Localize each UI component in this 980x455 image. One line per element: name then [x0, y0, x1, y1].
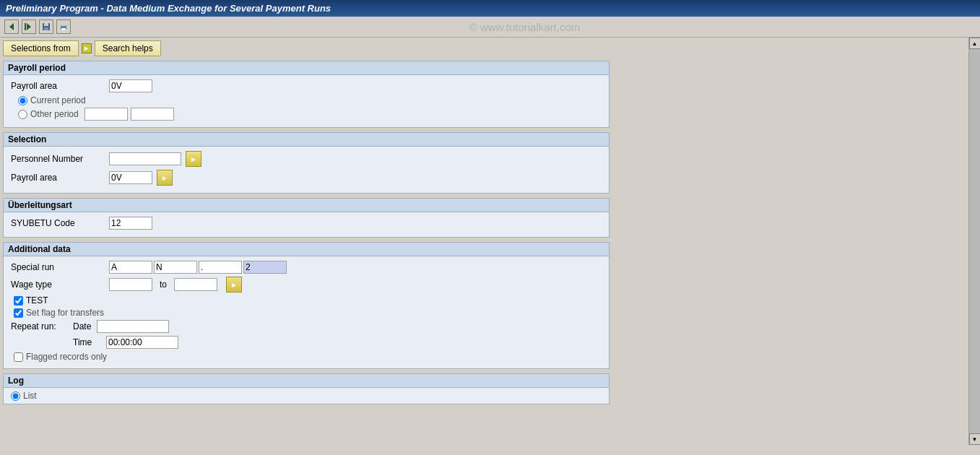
- time-row: Time: [11, 336, 602, 349]
- selection-body: Personnel Number ► Payroll area ►: [4, 147, 609, 193]
- selection-title: Selection: [8, 134, 46, 144]
- search-helps-button[interactable]: Search helps: [95, 40, 161, 56]
- svg-marker-0: [9, 23, 14, 30]
- selection-header: Selection: [4, 133, 609, 147]
- uberleitungsart-header: Überleitungsart: [4, 199, 609, 212]
- print-icon[interactable]: [56, 20, 71, 34]
- payroll-period-title: Payroll period: [8, 63, 66, 73]
- special-run-num-input[interactable]: [243, 261, 287, 274]
- other-period-row: Other period: [11, 108, 602, 121]
- search-helps-label: Search helps: [103, 43, 153, 53]
- wage-type-label: Wage type: [11, 280, 105, 290]
- payroll-navigate-arrow-icon: ►: [161, 174, 168, 182]
- svg-rect-2: [25, 23, 26, 30]
- test-checkbox[interactable]: [14, 296, 23, 306]
- additional-data-header: Additional data: [4, 243, 609, 256]
- payroll-period-section: Payroll period Payroll area Current peri…: [3, 61, 610, 128]
- navigate-arrow-icon: ►: [190, 155, 197, 163]
- flagged-records-checkbox[interactable]: [14, 352, 23, 362]
- payroll-area-row: Payroll area: [11, 79, 602, 92]
- personnel-number-row: Personnel Number ►: [11, 151, 602, 167]
- list-label: List: [23, 391, 37, 401]
- wage-type-to-input[interactable]: [174, 278, 217, 291]
- to-label: to: [160, 280, 167, 290]
- uberleitungsart-title: Überleitungsart: [8, 200, 72, 210]
- svg-rect-4: [44, 23, 48, 26]
- special-run-inputs: [109, 261, 287, 274]
- log-title: Log: [8, 376, 24, 386]
- repeat-run-row: Repeat run: Date: [11, 320, 602, 333]
- window-title: Preliminary Program - Data Medium Exchan…: [6, 3, 331, 14]
- selection-payroll-area-input[interactable]: [109, 171, 152, 184]
- additional-data-body: Special run Wage type to ►: [4, 256, 609, 368]
- list-radio[interactable]: [11, 391, 20, 401]
- date-label: Date: [73, 321, 91, 332]
- scroll-track[interactable]: [969, 49, 981, 433]
- current-period-row: Current period: [11, 95, 602, 105]
- other-period-label: Other period: [30, 109, 79, 119]
- log-body: List: [4, 388, 609, 404]
- selection-section: Selection Personnel Number ► Payroll are…: [3, 132, 610, 194]
- wage-type-input[interactable]: [109, 278, 152, 291]
- title-bar: Preliminary Program - Data Medium Exchan…: [0, 0, 980, 17]
- wage-type-navigate-btn[interactable]: ►: [226, 277, 242, 292]
- payroll-area-label: Payroll area: [11, 81, 105, 91]
- special-run-dots-input[interactable]: [199, 261, 242, 274]
- other-period-input1[interactable]: [84, 108, 128, 121]
- time-input[interactable]: [106, 336, 178, 349]
- personnel-number-input[interactable]: [109, 152, 181, 165]
- other-period-input2[interactable]: [131, 108, 174, 121]
- special-run-n-input[interactable]: [154, 261, 197, 274]
- save-icon[interactable]: [39, 20, 53, 34]
- set-flag-row: Set flag for transfers: [11, 308, 602, 318]
- additional-data-section: Additional data Special run Wage type: [3, 242, 610, 369]
- special-run-a-input[interactable]: [109, 261, 152, 274]
- selection-payroll-area-label: Payroll area: [11, 173, 105, 183]
- wage-type-row: Wage type to ►: [11, 277, 602, 292]
- syubetu-label: SYUBETU Code: [11, 218, 105, 228]
- log-header: Log: [4, 374, 609, 388]
- uberleitungsart-section: Überleitungsart SYUBETU Code: [3, 198, 610, 238]
- set-flag-checkbox[interactable]: [14, 308, 23, 318]
- watermark: © www.tutorialkart.com: [469, 21, 581, 33]
- current-period-radio[interactable]: [18, 96, 27, 105]
- additional-data-title: Additional data: [8, 244, 71, 254]
- selections-from-button[interactable]: Selections from: [3, 40, 79, 56]
- time-label: Time: [73, 337, 102, 347]
- content-area: Selections from ► Search helps Payroll p…: [0, 38, 968, 445]
- svg-marker-1: [27, 23, 31, 30]
- syubetu-row: SYUBETU Code: [11, 217, 602, 230]
- svg-rect-8: [61, 28, 66, 30]
- scrollbar-right: ▲ ▼: [968, 38, 980, 445]
- scroll-down-arrow[interactable]: ▼: [969, 433, 981, 445]
- syubetu-input[interactable]: [109, 217, 152, 230]
- log-section: Log List: [3, 373, 610, 404]
- other-period-inputs: [84, 108, 174, 121]
- test-label: TEST: [26, 295, 48, 306]
- back-icon[interactable]: [4, 20, 19, 34]
- payroll-period-body: Payroll area Current period Other period: [4, 75, 609, 127]
- test-row: TEST: [11, 295, 602, 306]
- payroll-area-input[interactable]: [109, 79, 152, 92]
- scroll-up-arrow[interactable]: ▲: [969, 38, 981, 49]
- personnel-navigate-btn[interactable]: ►: [186, 151, 201, 167]
- toolbar: © www.tutorialkart.com: [0, 17, 980, 38]
- personnel-number-label: Personnel Number: [11, 154, 105, 164]
- flagged-records-label: Flagged records only: [26, 352, 107, 362]
- special-run-row: Special run: [11, 261, 602, 274]
- date-input[interactable]: [97, 320, 169, 333]
- payroll-period-header: Payroll period: [4, 61, 609, 75]
- arrow-icon: ►: [82, 43, 92, 53]
- main-container: Selections from ► Search helps Payroll p…: [0, 38, 980, 445]
- uberleitungsart-body: SYUBETU Code: [4, 212, 609, 237]
- selection-payroll-area-row: Payroll area ►: [11, 170, 602, 186]
- forward-icon[interactable]: [22, 20, 36, 34]
- other-period-radio[interactable]: [18, 110, 27, 119]
- payroll-area-navigate-btn[interactable]: ►: [157, 170, 173, 186]
- set-flag-label: Set flag for transfers: [26, 308, 104, 318]
- special-run-label: Special run: [11, 262, 105, 272]
- svg-rect-5: [44, 27, 48, 30]
- flagged-records-row: Flagged records only: [11, 352, 602, 362]
- svg-rect-7: [61, 23, 66, 26]
- btn-toolbar: Selections from ► Search helps: [3, 40, 966, 56]
